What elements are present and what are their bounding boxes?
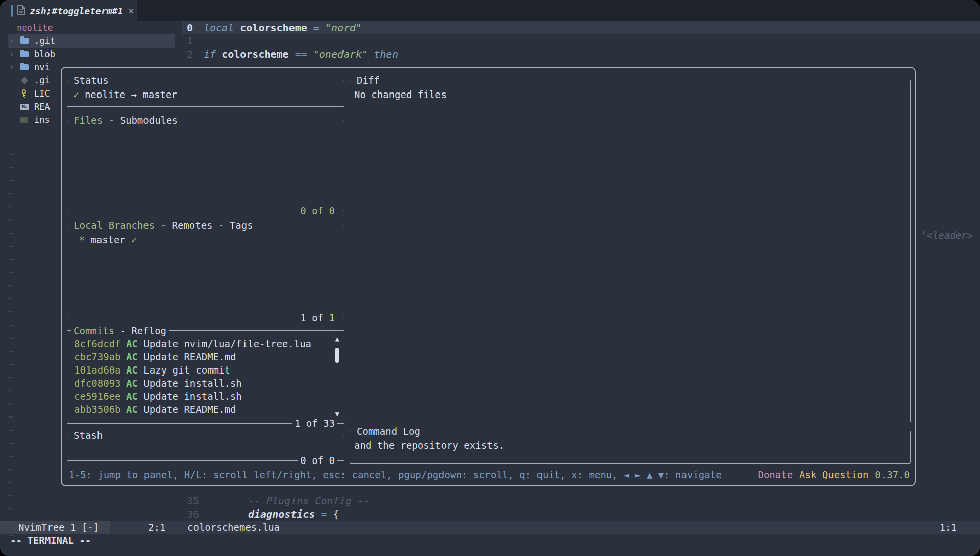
statusline-tree-position: 2:1 bbox=[148, 521, 165, 534]
statusline-cursor-position: 1:1 bbox=[940, 521, 957, 534]
code-line-2: 2 if colorscheme == "onedark" then bbox=[182, 48, 980, 61]
commit-row[interactable]: 8cf6dcdf AC Update nvim/lua/file-tree.lu… bbox=[74, 337, 328, 350]
line-number: 1 bbox=[182, 34, 199, 48]
branches-tab-rest: - Remotes - Tags bbox=[155, 220, 253, 231]
editor-buffer-top: 0 local colorscheme = "nord" 1 2 if colo… bbox=[182, 21, 980, 61]
folder-icon bbox=[20, 51, 29, 57]
code-line-0: 0 local colorscheme = "nord" bbox=[182, 21, 980, 34]
nvim-window: zsh;#toggleterm#1 × neolite › .git › blo… bbox=[0, 0, 980, 556]
scroll-up-icon[interactable]: ▲ bbox=[335, 335, 339, 343]
status-panel-title: Status bbox=[71, 74, 111, 87]
donate-link[interactable]: Donate bbox=[758, 468, 793, 481]
diff-content: No changed files bbox=[350, 80, 910, 101]
diff-panel-title: Diff bbox=[354, 74, 382, 87]
code-line-1: 1 bbox=[182, 34, 980, 48]
tab-accent-bar bbox=[11, 5, 13, 17]
branches-panel[interactable]: Local Branches - Remotes - Tags * master… bbox=[67, 225, 344, 318]
line-number: 0 bbox=[182, 21, 199, 34]
folder-icon bbox=[20, 38, 29, 44]
status-repo-branch: neolite → master bbox=[85, 89, 177, 100]
current-branch-star: * bbox=[79, 234, 84, 245]
chevron-right-icon[interactable]: › bbox=[8, 63, 20, 72]
key-icon bbox=[20, 89, 27, 98]
statusline-nvimtree-segment: NvimTree_1 [-] bbox=[0, 521, 110, 534]
stash-panel-title: Stash bbox=[71, 429, 105, 442]
tabline: zsh;#toggleterm#1 × bbox=[0, 0, 980, 21]
files-panel[interactable]: Files - Submodules 0 of 0 bbox=[67, 120, 344, 211]
branches-count: 1 of 1 bbox=[298, 311, 337, 325]
tree-item-blob-folder[interactable]: › blob bbox=[8, 48, 175, 61]
tree-root[interactable]: neolite bbox=[8, 21, 175, 34]
tree-item-label: .gi bbox=[34, 75, 50, 85]
editor-leader-text: '<leader> bbox=[921, 228, 973, 242]
line-number: 2 bbox=[182, 48, 199, 61]
scrollbar-thumb[interactable] bbox=[335, 348, 339, 363]
code-line-36: 36 diagnostics = { bbox=[182, 507, 980, 521]
commit-row[interactable]: ce5916ee AC Update install.sh bbox=[74, 390, 328, 403]
statusline-filename: colorschemes.lua bbox=[187, 521, 280, 534]
keybindings-bar: 1-5: jump to panel, H/L: scroll left/rig… bbox=[69, 468, 722, 481]
tree-item-label: blob bbox=[34, 49, 55, 59]
lazygit-float-window: Status ✓ neolite → master Files - Submod… bbox=[61, 67, 916, 486]
tree-item-label: ins bbox=[34, 115, 50, 125]
commits-tab-active: Commits bbox=[74, 325, 114, 336]
editor-buffer-bottom: 35 -- Plugins Config -- 36 diagnostics =… bbox=[182, 494, 980, 521]
tree-item-git-folder[interactable]: › .git bbox=[8, 34, 175, 48]
files-tab-active: Files bbox=[74, 115, 103, 126]
check-icon: ✓ bbox=[73, 89, 79, 100]
stash-panel[interactable]: Stash 0 of 0 bbox=[67, 435, 344, 461]
code-line-35: 35 -- Plugins Config -- bbox=[182, 494, 980, 507]
tab-close-icon[interactable]: × bbox=[128, 5, 134, 16]
chevron-right-icon[interactable]: › bbox=[8, 36, 20, 45]
command-log-panel[interactable]: Command Log and the repository exists. bbox=[350, 431, 911, 464]
statusline: NvimTree_1 [-] 2:1 colorschemes.lua 1:1 bbox=[0, 521, 980, 534]
mode-indicator: -- TERMINAL -- bbox=[10, 534, 91, 547]
commit-row[interactable]: abb3506b AC Update README.md bbox=[74, 403, 328, 416]
command-log-title: Command Log bbox=[354, 425, 423, 438]
check-icon: ✓ bbox=[131, 234, 136, 245]
commits-panel[interactable]: Commits - Reflog 8cf6dcdf AC Update nvim… bbox=[67, 330, 344, 424]
tree-item-label: LIC bbox=[34, 88, 50, 99]
tab-toggleterm[interactable]: zsh;#toggleterm#1 × bbox=[0, 0, 137, 21]
tree-item-label: nvi bbox=[34, 62, 50, 72]
commit-row[interactable]: dfc08093 AC Update install.sh bbox=[74, 377, 328, 390]
commits-count: 1 of 33 bbox=[292, 416, 337, 430]
files-tab-rest: - Submodules bbox=[103, 115, 178, 126]
tree-item-label: REA bbox=[34, 102, 50, 112]
tilde-column: ~~~~~~~~~~~~~~~~~~~~~~~~~~~~~~ bbox=[8, 148, 18, 542]
files-count: 0 of 0 bbox=[298, 204, 337, 217]
line-number: 35 bbox=[182, 494, 199, 507]
stash-count: 0 of 0 bbox=[298, 454, 337, 467]
git-icon bbox=[21, 76, 29, 84]
file-icon bbox=[17, 5, 25, 17]
branches-tab-active: Local Branches bbox=[74, 220, 155, 231]
commit-row[interactable]: cbc739ab AC Update README.md bbox=[74, 350, 328, 363]
terminal-icon: ›_ bbox=[20, 117, 28, 123]
commit-row[interactable]: 101ad60a AC Lazy git commit bbox=[74, 363, 328, 377]
folder-icon bbox=[20, 64, 29, 70]
tree-item-label: .git bbox=[34, 36, 55, 46]
command-log-content: and the repository exists. bbox=[350, 431, 910, 452]
line-number: 36 bbox=[182, 507, 199, 521]
markdown-icon: M↓ bbox=[20, 104, 29, 110]
chevron-right-icon[interactable]: › bbox=[8, 50, 20, 59]
tab-title: zsh;#toggleterm#1 bbox=[30, 6, 123, 16]
status-panel[interactable]: Status ✓ neolite → master bbox=[67, 80, 344, 107]
diff-panel[interactable]: Diff No changed files bbox=[350, 80, 911, 422]
commits-tab-rest: - Reflog bbox=[114, 325, 166, 336]
ask-question-link[interactable]: Ask Question bbox=[799, 468, 868, 481]
lazygit-version: 0.37.0 bbox=[875, 468, 910, 481]
